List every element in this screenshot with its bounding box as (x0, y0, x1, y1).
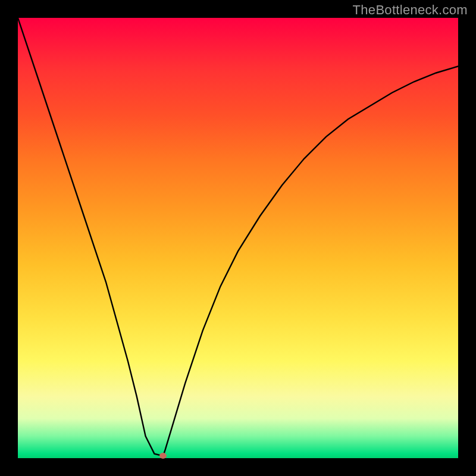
bottleneck-curve (18, 18, 458, 458)
plot-area (18, 18, 458, 458)
watermark-text: TheBottleneck.com (353, 2, 468, 18)
curve-path (18, 18, 458, 456)
chart-frame: TheBottleneck.com (0, 0, 476, 476)
